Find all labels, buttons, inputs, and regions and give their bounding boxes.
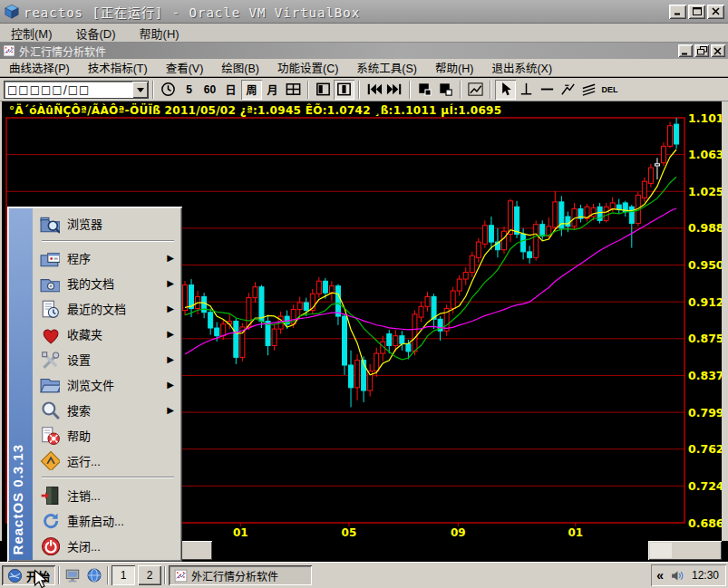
virtualbox-menu-帮助[interactable]: 帮助(H) xyxy=(138,24,181,43)
candle-body xyxy=(662,146,666,162)
app-restore-button[interactable] xyxy=(694,44,709,57)
x-axis-label: 05 xyxy=(342,526,357,539)
candle-body xyxy=(202,297,207,313)
start-menu: ReactOS 0.3.13 浏览器程序▶我的文档▶最近的文档▶收藏夹▶设置▶浏… xyxy=(7,207,182,562)
candle-body xyxy=(604,207,608,220)
virtualbox-close-button[interactable] xyxy=(707,5,724,19)
candle-body xyxy=(323,281,327,293)
candle-body xyxy=(400,336,404,344)
toolbar-separator xyxy=(307,81,309,99)
quicklaunch-show-desktop[interactable] xyxy=(63,565,83,585)
volume-icon[interactable] xyxy=(670,568,685,583)
start-item-browser[interactable]: 浏览器 xyxy=(36,211,180,236)
taskbar-task-forex-app[interactable]: 外汇行情分析软件 xyxy=(169,565,312,585)
virtualbox-menu-设备[interactable]: 设备(D) xyxy=(74,24,118,43)
app-menubar: 曲线选择(P)技术指标(T)查看(V)绘图(B)功能设置(C)系统工具(S)帮助… xyxy=(0,59,728,77)
period-day-button[interactable]: 日 xyxy=(220,80,241,100)
layer-alt-button[interactable] xyxy=(435,80,456,100)
start-item-programs[interactable]: 程序▶ xyxy=(36,246,180,271)
quicklaunch-browser[interactable] xyxy=(84,565,104,585)
documents-icon xyxy=(40,274,60,294)
polyline-icon xyxy=(559,81,577,98)
virtualbox-titlebar[interactable]: reactos [正在运行] - Oracle VM VirtualBox xyxy=(0,0,728,24)
virtualbox-menu-控制[interactable]: 控制(M) xyxy=(9,24,54,43)
app-menu-绘图[interactable]: 绘图(B) xyxy=(219,58,261,77)
start-item-favorites[interactable]: 收藏夹▶ xyxy=(36,322,180,347)
panel-left-icon xyxy=(315,81,332,98)
start-button[interactable]: 开始 xyxy=(2,565,55,585)
start-item-help[interactable]: 帮助 xyxy=(36,422,180,448)
period-realtime-button[interactable] xyxy=(158,80,179,100)
start-item-label: 运行... xyxy=(67,452,101,469)
desktop-1-button[interactable]: 1 xyxy=(112,565,135,585)
pointer-tool-button[interactable] xyxy=(495,80,516,100)
start-item-run[interactable]: 运行... xyxy=(36,448,180,473)
candle-body xyxy=(349,365,354,388)
candle-body xyxy=(432,297,436,320)
candle-body xyxy=(343,316,347,365)
start-menu-banner: ReactOS 0.3.13 xyxy=(9,208,33,560)
hline-tool-button[interactable] xyxy=(537,80,558,100)
app-menu-曲线选择[interactable]: 曲线选择(P) xyxy=(7,58,72,77)
multi-pane-button[interactable] xyxy=(283,80,304,100)
start-item-recent-documents[interactable]: 最近的文档▶ xyxy=(36,296,180,322)
candle-body xyxy=(675,124,679,144)
app-menu-系统工具[interactable]: 系统工具(S) xyxy=(354,58,419,77)
tray-expand-icon[interactable]: « xyxy=(656,568,664,583)
virtualbox-minimize-button[interactable] xyxy=(669,5,686,19)
app-menu-功能设置[interactable]: 功能设置(C) xyxy=(276,58,340,77)
desktop-2-button[interactable]: 2 xyxy=(138,565,161,585)
app-menu-帮助[interactable]: 帮助(H) xyxy=(433,58,475,77)
toolbar-separator xyxy=(358,81,360,99)
start-button-label: 开始 xyxy=(26,567,50,584)
start-item-my-documents[interactable]: 我的文档▶ xyxy=(36,271,180,296)
help-icon xyxy=(40,425,60,445)
candle-body xyxy=(540,225,545,236)
period-5min-button[interactable]: 5 xyxy=(179,80,199,100)
period-60min-button[interactable]: 60 xyxy=(199,80,220,100)
start-item-logoff[interactable]: 注销... xyxy=(36,482,180,507)
logout-icon xyxy=(40,485,60,505)
layer-button[interactable] xyxy=(414,80,435,100)
shutdown-icon xyxy=(40,535,60,555)
start-item-restart[interactable]: 重新启动... xyxy=(36,507,180,533)
period-week-button[interactable]: 周 xyxy=(241,80,262,100)
virtualbox-menubar: 控制(M)设备(D)帮助(H) xyxy=(0,24,728,43)
cursor-icon xyxy=(497,81,514,98)
start-item-settings[interactable]: 设置▶ xyxy=(36,347,180,372)
start-item-search[interactable]: 搜索▶ xyxy=(36,397,180,422)
y-axis-label: 0.7244 xyxy=(688,479,722,493)
candle-body xyxy=(209,313,213,328)
app-menu-技术指标[interactable]: 技术指标(T) xyxy=(86,58,150,77)
symbol-combo[interactable]: □□□□□/□□ xyxy=(4,81,149,99)
panel-left-button[interactable] xyxy=(313,80,334,100)
virtualbox-maximize-button[interactable] xyxy=(688,5,705,19)
y-axis-label: 0.9127 xyxy=(688,295,722,309)
start-item-shutdown[interactable]: 关闭... xyxy=(36,533,180,558)
go-first-button[interactable] xyxy=(364,80,384,100)
app-titlebar[interactable]: 外汇行情分析软件 xyxy=(0,43,728,59)
y-axis-label: 0.6867 xyxy=(688,516,722,530)
candle-body xyxy=(463,273,468,280)
app-menu-退出系统[interactable]: 退出系统(X) xyxy=(490,58,554,77)
files-icon xyxy=(40,374,60,394)
hscrollbar-thumb[interactable] xyxy=(181,541,212,560)
polyline-tool-button[interactable] xyxy=(558,80,578,100)
trend-tool-button[interactable] xyxy=(465,80,486,100)
hscrollbar-right-button[interactable] xyxy=(648,541,722,560)
app-menu-查看[interactable]: 查看(V) xyxy=(164,58,206,77)
candle-body xyxy=(515,207,519,234)
crosshair-tool-button[interactable] xyxy=(516,80,537,100)
task-app-icon xyxy=(174,569,188,583)
candle-body xyxy=(648,168,653,183)
combo-dropdown-icon[interactable] xyxy=(132,82,148,98)
parallel-tool-button[interactable] xyxy=(578,80,599,100)
start-item-browse-files[interactable]: 浏览文件▶ xyxy=(36,372,180,398)
app-close-button[interactable] xyxy=(711,44,725,57)
delete-drawing-button[interactable]: DEL xyxy=(599,80,620,100)
go-last-button[interactable] xyxy=(384,80,405,100)
panel-center-button[interactable] xyxy=(334,80,354,100)
period-month-button[interactable]: 月 xyxy=(262,80,283,100)
candle-body xyxy=(509,201,513,235)
app-minimize-button[interactable] xyxy=(678,44,693,57)
